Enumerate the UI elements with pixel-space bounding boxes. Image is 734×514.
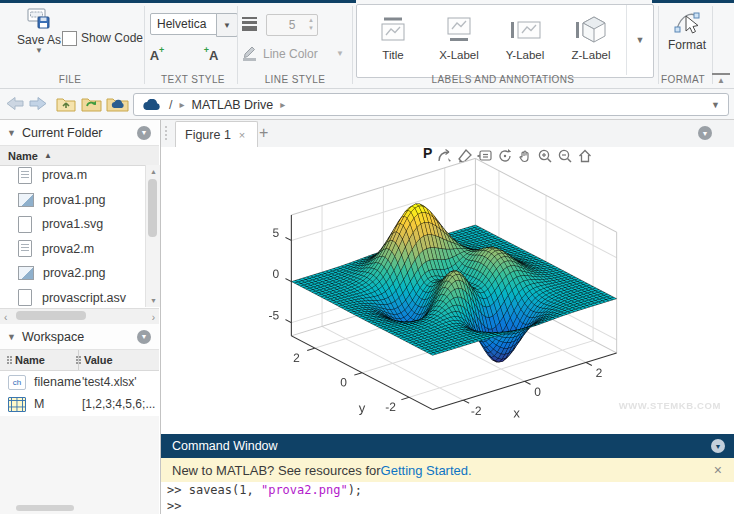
figure-tab-label: Figure 1 [185,128,231,142]
column-grip-icon[interactable] [6,355,11,365]
spinner-arrows-icon[interactable]: ▲▼ [308,16,314,32]
file-file-icon [18,289,32,306]
scroll-down-icon[interactable]: ▼ [150,297,157,304]
ribbon-toolstrip: Save As ▼ Show Code FILE Helvetica ▼ A+ … [0,0,734,89]
breadcrumb[interactable]: / ▸ MATLAB Drive ▸ ▼ [133,93,729,116]
workspace-row[interactable]: ch filename 'test4.xlsx' [0,371,159,393]
tab-figure-1[interactable]: Figure 1 × [175,121,258,148]
file-name: prova2.m [42,242,94,256]
z-label-button-label: Z-Label [572,49,611,61]
file-row[interactable]: prova2.png [0,261,145,286]
scrollbar-thumb[interactable] [16,505,74,511]
collapse-triangle-icon[interactable]: ▼ [0,332,22,342]
file-row[interactable]: prova1.svg [0,212,145,237]
scrollbar-thumb[interactable] [16,311,86,320]
file-row[interactable]: prova.m [0,166,145,188]
show-code-label: Show Code [81,31,143,45]
new-tab-button[interactable]: + [259,124,268,142]
font-name-combobox[interactable]: Helvetica [150,13,218,35]
section-divider [237,6,238,84]
section-divider [352,6,353,84]
breadcrumb-root[interactable]: / [161,98,172,112]
command-window-header[interactable]: Command Window ▼ [161,434,734,458]
scrollbar-thumb[interactable] [148,179,157,237]
save-as-button[interactable]: Save As ▼ [10,8,68,55]
line-color-dropdown-icon[interactable]: ▼ [336,49,344,58]
gallery-expand-button[interactable]: ▼ [626,5,653,75]
scroll-right-icon[interactable]: › [152,312,155,323]
code-text: saveas(1, [189,483,261,497]
panel-grip-icon[interactable] [165,126,167,140]
getting-started-link[interactable]: Getting Started. [381,463,472,478]
labels-gallery: Title X-Label Y-Label [356,4,654,78]
code-text: ); [348,483,362,497]
command-window[interactable]: >> saveas(1, "prova2.png"); >> [161,482,734,514]
y-label-button[interactable]: Y-Label [493,7,557,73]
column-divider[interactable] [78,350,79,370]
sort-ascending-icon: ▲ [44,151,52,160]
save-as-label: Save As [17,33,61,47]
current-folder-title: Current Folder [22,126,103,140]
font-decrease-button[interactable]: +A [200,45,222,65]
close-icon[interactable]: × [714,462,722,478]
collapse-triangle-icon[interactable]: ▼ [0,128,22,138]
format-button[interactable]: Format [662,8,712,52]
panel-actions-icon[interactable]: ▼ [711,439,725,453]
workspace-column-header[interactable]: Name Value [0,350,159,371]
address-bar: / ▸ MATLAB Drive ▸ ▼ [0,89,734,120]
breadcrumb-dropdown-icon[interactable]: ▼ [711,100,720,110]
title-button[interactable]: Title [361,7,425,73]
script-file-icon [18,240,32,257]
command-prompt-line[interactable]: >> [161,498,734,514]
file-row[interactable]: provascript.asv [0,286,145,308]
format-section-label: FORMAT [655,74,711,85]
y-label-button-label: Y-Label [506,49,545,61]
font-increase-button[interactable]: A+ [146,45,168,65]
collapse-ribbon-button[interactable]: ▲ [712,73,730,88]
line-width-value: 5 [289,18,296,32]
font-name-dropdown-button[interactable]: ▼ [216,13,238,37]
file-name: prova2.png [43,266,106,280]
current-folder-header[interactable]: ▼ Current Folder ▼ [0,120,159,146]
left-sidebar: ▼ Current Folder ▼ Name ▲ prova.mprova1.… [0,120,161,514]
x-label-button[interactable]: X-Label [427,7,491,73]
save-as-icon [27,8,51,30]
cloud-icon [142,99,161,111]
sidebar-empty-area [0,416,159,514]
file-name: prova.m [42,168,87,182]
ribbon-top-accent [0,0,356,3]
scroll-up-icon[interactable]: ▲ [150,168,157,175]
panel-actions-icon[interactable]: ▼ [698,126,712,140]
image-file-icon [18,193,34,207]
workspace-header[interactable]: ▼ Workspace ▼ [0,324,159,350]
z-label-button[interactable]: Z-Label [559,7,623,73]
scroll-left-icon[interactable]: ‹ [4,312,7,323]
folder-up-icon[interactable] [56,95,76,112]
file-file-icon [18,216,32,233]
folder-refresh-icon[interactable] [81,95,102,112]
x-label-icon [442,15,476,45]
panel-actions-icon[interactable]: ▼ [137,330,151,344]
format-icon [673,8,701,36]
workspace-row[interactable]: M [1,2,3;4,5,6;... [0,393,159,415]
file-row[interactable]: prova2.m [0,237,145,262]
command-history-line: >> saveas(1, "prova2.png"); [161,482,734,498]
title-icon [376,15,410,45]
back-arrow-icon[interactable] [6,96,24,111]
close-icon[interactable]: × [239,129,245,141]
breadcrumb-segment[interactable]: MATLAB Drive [192,98,274,112]
matrix-variable-icon [8,397,26,412]
cloud-folder-icon[interactable] [106,95,129,112]
variable-value: [1,2,3;4,5,6;... [82,397,159,411]
chevron-right-icon: ▸ [172,99,191,110]
panel-actions-icon[interactable]: ▼ [137,126,151,140]
forward-arrow-icon[interactable] [29,96,47,111]
file-list-horizontal-scrollbar[interactable]: ‹ › [0,308,159,325]
line-width-spinner[interactable]: 5 ▲▼ [266,14,318,36]
line-color-icon [241,45,258,61]
file-row[interactable]: prova1.png [0,188,145,213]
show-code-checkbox[interactable] [62,31,77,46]
folder-column-header[interactable]: Name ▲ [0,146,159,166]
surface-canvas[interactable] [234,152,674,434]
file-list-vertical-scrollbar[interactable]: ▲ ▼ [145,165,160,307]
